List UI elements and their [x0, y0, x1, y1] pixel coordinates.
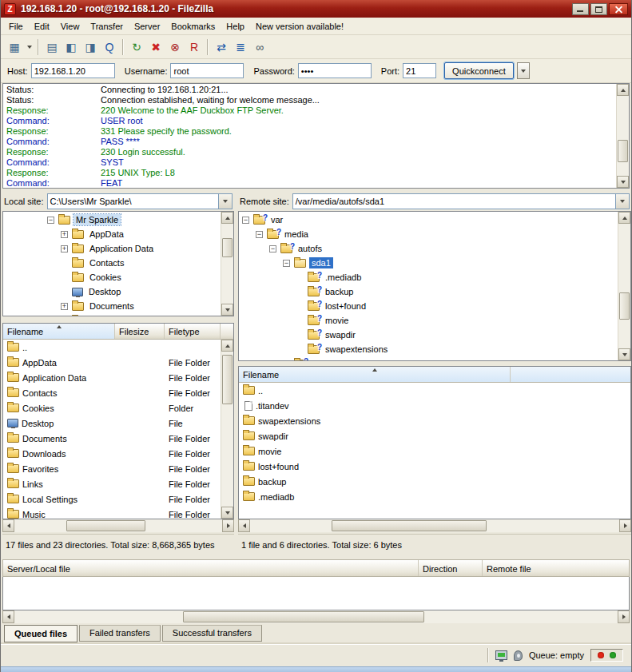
expander-icon[interactable]: − [283, 260, 290, 267]
file-row[interactable]: .mediadb [239, 489, 630, 504]
expander-icon[interactable]: + [61, 231, 68, 238]
remote-tree-toggle-button[interactable]: ◨ [81, 38, 100, 56]
remote-tree-item[interactable]: swapextensions [239, 342, 618, 356]
username-input[interactable] [170, 63, 244, 78]
scroll-left-button[interactable] [2, 519, 14, 532]
file-row[interactable]: swapdir [239, 428, 630, 443]
remote-tree-item[interactable]: swapdir [239, 328, 618, 342]
local-list-scrollbar[interactable] [221, 340, 233, 519]
menu-file[interactable]: File [3, 19, 29, 34]
scrollbar-track[interactable] [14, 519, 222, 532]
remote-tree-item[interactable]: −autofs [239, 241, 618, 256]
remote-tree-item[interactable]: movie [239, 313, 618, 328]
remote-site-combo[interactable]: /var/media/autofs/sda1 [292, 193, 630, 209]
remote-tree-item[interactable]: .mediadb [239, 270, 618, 284]
reconnect-button[interactable]: R [185, 38, 204, 56]
minimize-button[interactable] [572, 3, 589, 15]
scrollbar-track[interactable] [618, 224, 630, 348]
local-tree-item[interactable]: Desktop [3, 284, 221, 299]
remote-tree-item[interactable]: −var [239, 213, 618, 227]
file-row[interactable]: DesktopFile [3, 416, 221, 431]
scrollbar-thumb[interactable] [332, 520, 487, 531]
file-row[interactable]: lost+found [239, 459, 630, 474]
quickconnect-button[interactable]: Quickconnect [444, 62, 514, 79]
password-input[interactable] [298, 63, 372, 78]
disconnect-button[interactable]: ⊗ [165, 38, 185, 56]
local-tree-toggle-button[interactable]: ◧ [62, 38, 81, 56]
queue-hscrollbar[interactable] [2, 610, 630, 623]
column-header-direction[interactable]: Direction [419, 560, 483, 576]
local-tree-item[interactable]: +AppData [3, 227, 221, 241]
scroll-left-button[interactable] [2, 610, 14, 623]
remote-tree-item[interactable]: −sda1 [239, 256, 618, 270]
close-button[interactable] [609, 3, 628, 15]
scroll-down-button[interactable] [618, 348, 630, 360]
log-scrollbar[interactable] [616, 84, 629, 188]
scrollbar-track[interactable] [221, 352, 233, 507]
menu-new-version-available[interactable]: New version available! [250, 19, 349, 34]
site-manager-button[interactable]: ▦ [5, 38, 24, 56]
local-tree-scrollbar[interactable] [221, 212, 233, 316]
queue-toggle-button[interactable]: Q [100, 38, 119, 56]
scroll-left-button[interactable] [238, 519, 250, 532]
expander-icon[interactable]: − [242, 217, 249, 224]
scroll-up-button[interactable] [221, 212, 233, 224]
local-site-combo-button[interactable] [218, 194, 232, 209]
expander-icon[interactable]: − [47, 217, 54, 224]
column-header-filename[interactable]: Filename [239, 367, 511, 382]
file-row[interactable]: .. [3, 340, 221, 355]
scroll-right-button[interactable] [619, 519, 631, 532]
scroll-down-button[interactable] [221, 304, 233, 316]
local-tree-item[interactable]: +Downloads [3, 313, 221, 316]
file-row[interactable]: CookiesFolder [3, 400, 221, 416]
remote-tree-item[interactable]: lost+found [239, 299, 618, 313]
find-files-button[interactable]: ∞ [250, 38, 269, 56]
scroll-up-button[interactable] [617, 84, 629, 96]
remote-site-combo-button[interactable] [615, 194, 629, 209]
menu-transfer[interactable]: Transfer [85, 19, 129, 34]
file-row[interactable]: Application DataFile Folder [3, 370, 221, 385]
local-site-combo[interactable]: C:\Users\Mr Sparkle\ [47, 193, 233, 209]
file-row[interactable]: backup [239, 474, 630, 489]
monitor-icon[interactable] [495, 650, 507, 660]
message-log-toggle-button[interactable]: ▤ [42, 38, 62, 56]
maximize-button[interactable] [590, 3, 607, 15]
file-row[interactable]: AppDataFile Folder [3, 355, 221, 370]
scroll-down-button[interactable] [617, 176, 629, 188]
local-tree-item[interactable]: +Documents [3, 299, 221, 313]
scrollbar-thumb[interactable] [222, 238, 233, 257]
port-input[interactable] [403, 63, 436, 78]
remote-tree-item[interactable]: backup [239, 284, 618, 299]
scroll-right-button[interactable] [222, 519, 234, 532]
tab-successful-transfers[interactable]: Successful transfers [162, 625, 262, 642]
menu-view[interactable]: View [55, 19, 85, 34]
local-tree-item[interactable]: −Mr Sparkle [3, 213, 221, 227]
local-tree-item[interactable]: +Application Data [3, 241, 221, 256]
scroll-right-button[interactable] [618, 610, 630, 623]
scrollbar-thumb[interactable] [222, 355, 233, 404]
expander-icon[interactable]: − [256, 231, 263, 238]
column-header-filename[interactable]: Filename [3, 324, 115, 339]
site-manager-dropdown-button[interactable] [24, 38, 34, 56]
tab-failed-transfers[interactable]: Failed transfers [79, 625, 161, 642]
scrollbar-thumb[interactable] [183, 611, 424, 622]
column-header-server-local-file[interactable]: Server/Local file [3, 560, 419, 576]
host-input[interactable] [31, 63, 115, 78]
scroll-up-button[interactable] [221, 340, 233, 352]
file-row[interactable]: MusicFile Folder [3, 507, 221, 519]
scrollbar-thumb[interactable] [66, 520, 145, 531]
remote-list-hscrollbar[interactable] [238, 519, 631, 532]
scrollbar-track[interactable] [14, 610, 618, 623]
expander-icon[interactable]: + [61, 245, 68, 252]
menu-server[interactable]: Server [129, 19, 165, 34]
remote-tree-item[interactable]: dvd [239, 356, 618, 360]
local-list-hscrollbar[interactable] [2, 519, 234, 532]
file-row[interactable]: movie [239, 443, 630, 459]
menu-help[interactable]: Help [221, 19, 250, 34]
scrollbar-thumb[interactable] [619, 292, 630, 320]
scroll-down-button[interactable] [221, 507, 233, 519]
column-header-filetype[interactable]: Filetype [165, 324, 221, 339]
file-row[interactable]: ContactsFile Folder [3, 385, 221, 400]
cancel-button[interactable]: ✖ [146, 38, 165, 56]
column-header-filesize[interactable]: Filesize [115, 324, 165, 339]
